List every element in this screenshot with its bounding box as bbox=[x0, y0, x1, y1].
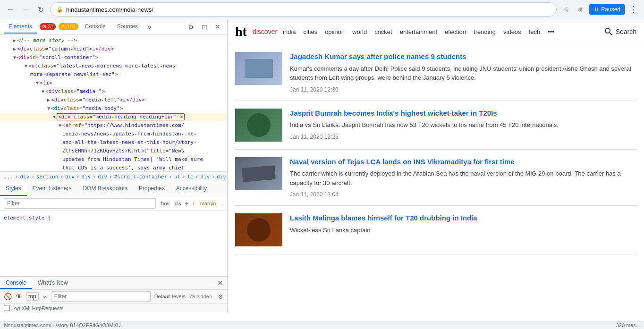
news-title-3[interactable]: Naval version of Tejas LCA lands on INS … bbox=[290, 157, 636, 167]
search-icon bbox=[604, 27, 613, 36]
devtools-toolbar: Elements ⊗ 31 ⚠ 101 Console Sources » ⚙ … bbox=[0, 19, 227, 34]
breadcrumb-item-div2[interactable]: div bbox=[65, 174, 75, 180]
expand-icon-5[interactable]: ▼ bbox=[36, 79, 39, 87]
news-summary-2: India vs Sri Lanka: Jasprit Bumrah has n… bbox=[290, 120, 636, 130]
menu-button[interactable]: ⋮ bbox=[628, 4, 639, 15]
tab-event-listeners[interactable]: Event Listeners bbox=[27, 182, 77, 196]
expand-icon-9[interactable]: ▼ bbox=[53, 113, 56, 121]
news-time-2: Jan 11, 2020 12:26 bbox=[290, 134, 636, 140]
translate-button[interactable]: अ bbox=[575, 4, 586, 15]
settings-icon[interactable]: ⚙ bbox=[218, 293, 223, 300]
expand-icon-7[interactable]: ▶ bbox=[47, 96, 50, 104]
browser-actions: ☆ अ ⏸ Paused ⋮ bbox=[560, 4, 639, 15]
website-right-panel: ht discover india cities opinion world c… bbox=[228, 19, 644, 312]
bookmark-button[interactable]: ☆ bbox=[560, 4, 572, 15]
svg-point-0 bbox=[605, 28, 610, 33]
style-rule: element.style { bbox=[4, 215, 223, 221]
tab-sources[interactable]: Sources bbox=[112, 20, 143, 34]
settings-button[interactable]: ⚙ bbox=[185, 21, 197, 33]
nav-election[interactable]: election bbox=[445, 28, 466, 35]
breadcrumb-item-div6[interactable]: div bbox=[217, 174, 226, 180]
paused-button[interactable]: ⏸ Paused bbox=[589, 4, 625, 15]
nav-cities[interactable]: cities bbox=[304, 28, 318, 35]
news-title-2[interactable]: Jasprit Bumrah becomes India's highest w… bbox=[290, 109, 636, 118]
breadcrumb-item-div5[interactable]: div bbox=[200, 174, 210, 180]
breadcrumb-item-div1[interactable]: div bbox=[20, 174, 30, 180]
expand-icon-8[interactable]: ▼ bbox=[47, 104, 50, 113]
console-tab-row: Console What's New ✕ bbox=[0, 277, 227, 290]
console-filter-row: 🚫 👁 top Default levels 79 hidden ⚙ bbox=[0, 290, 227, 304]
site-search[interactable]: Search bbox=[604, 27, 636, 36]
html-line-2: ▶ <div class="column-head" > … </div> bbox=[0, 45, 227, 53]
breadcrumb-item-div3[interactable]: div bbox=[81, 174, 91, 180]
expand-icon-6[interactable]: ▼ bbox=[42, 87, 44, 96]
tab-console-bottom[interactable]: Console bbox=[0, 278, 32, 289]
news-summary-4: Wicket-less Sri Lanka captain bbox=[290, 226, 636, 235]
address-bar[interactable]: 🔒 hindustantimes.com/india-news/ bbox=[50, 2, 557, 17]
html-line-4: ▼ <ul class="latest-news-morenews more-l… bbox=[0, 62, 227, 70]
nav-world[interactable]: world bbox=[352, 28, 367, 35]
back-button[interactable]: ← bbox=[5, 4, 16, 15]
nav-more[interactable]: ••• bbox=[548, 28, 554, 35]
html-line-10b: india-news/news-updates-from-hindustan-.… bbox=[0, 130, 227, 138]
html-line-9-highlighted: ▼ <div class="media-heading headingFour"… bbox=[0, 113, 227, 121]
log-xhr-label: Log XMLHttpRequests bbox=[11, 305, 64, 311]
breadcrumb-item-li[interactable]: li bbox=[187, 174, 194, 180]
breadcrumb-item-div4[interactable]: div bbox=[98, 174, 107, 180]
default-levels[interactable]: Default levels bbox=[154, 294, 186, 299]
nav-trending[interactable]: trending bbox=[474, 28, 496, 35]
tab-console[interactable]: Console bbox=[80, 20, 110, 34]
pause-icon: ⏸ bbox=[593, 6, 599, 13]
news-title-1[interactable]: Jagadesh Kumar says after police names 9… bbox=[290, 52, 636, 61]
cls-filter[interactable]: .cls bbox=[173, 201, 181, 206]
nav-entertainment[interactable]: entertainment bbox=[400, 28, 438, 35]
styles-filter-input[interactable] bbox=[4, 198, 156, 209]
devtools-more[interactable]: » bbox=[144, 21, 154, 33]
breadcrumb-item-ul[interactable]: ul bbox=[174, 174, 180, 180]
warn-icon: ⚠ bbox=[61, 24, 66, 29]
news-summary-3: The carrier which is currently deployed … bbox=[290, 169, 636, 187]
tab-whats-new[interactable]: What's New bbox=[32, 278, 74, 289]
tab-dom-breakpoints[interactable]: DOM Breakpoints bbox=[77, 182, 133, 196]
html-line-10c: and-all-the-latest-news-at-this-hour/sto… bbox=[0, 138, 227, 147]
breadcrumb-item-scroll[interactable]: #scroll-container bbox=[114, 174, 167, 180]
nav-tech[interactable]: tech bbox=[529, 28, 541, 35]
main-container: Elements ⊗ 31 ⚠ 101 Console Sources » ⚙ … bbox=[0, 19, 644, 312]
html-line-5: ▼ <li> bbox=[0, 79, 227, 87]
top-select[interactable]: top bbox=[26, 292, 39, 301]
forward-button[interactable]: → bbox=[20, 4, 31, 15]
log-xhr-checkbox[interactable]: Log XMLHttpRequests bbox=[4, 305, 64, 311]
news-item-2: Jasprit Bumrah becomes India's highest w… bbox=[235, 101, 636, 150]
html-line-10e: updates from Hindustan Times| 'Will make… bbox=[0, 155, 227, 164]
close-devtools-button[interactable]: ✕ bbox=[212, 21, 223, 33]
style-arrow-icon: › bbox=[193, 200, 195, 207]
html-line-1: ▶ <!-- more story --> bbox=[0, 36, 227, 45]
console-filter-input[interactable] bbox=[51, 291, 151, 302]
tab-elements[interactable]: Elements bbox=[4, 20, 37, 34]
expand-icon-3[interactable]: ▼ bbox=[13, 53, 16, 62]
dock-button[interactable]: ⊡ bbox=[199, 21, 210, 33]
expand-icon-4[interactable]: ▼ bbox=[25, 62, 27, 70]
html-line-10: ▼ <a href="https://www.hindustantimes.co… bbox=[0, 121, 227, 130]
breadcrumb-item-dots[interactable]: ... bbox=[4, 174, 13, 180]
browser-toolbar: ← → ↻ 🔒 hindustantimes.com/india-news/ ☆… bbox=[0, 0, 644, 19]
nav-opinion[interactable]: opinion bbox=[325, 28, 345, 35]
news-title-4[interactable]: Lasith Malinga blames himself for T20 dr… bbox=[290, 213, 636, 223]
expand-icon-10[interactable]: ▼ bbox=[59, 121, 61, 130]
reload-button[interactable]: ↻ bbox=[35, 4, 46, 15]
add-style-button[interactable]: + bbox=[185, 200, 189, 207]
breadcrumb-item-section[interactable]: section bbox=[36, 174, 58, 180]
hover-filter[interactable]: :hov bbox=[160, 201, 169, 206]
tab-styles[interactable]: Styles bbox=[0, 182, 27, 196]
nav-videos[interactable]: videos bbox=[503, 28, 521, 35]
tab-accessibility[interactable]: Accessibility bbox=[170, 182, 212, 196]
url-text: hindustantimes.com/india-news/ bbox=[66, 6, 153, 13]
nav-cricket[interactable]: cricket bbox=[374, 28, 392, 35]
lock-icon: 🔒 bbox=[56, 6, 63, 13]
site-header: ht discover india cities opinion world c… bbox=[228, 19, 644, 44]
styles-filter-bar: :hov .cls + › margin - bbox=[0, 196, 227, 211]
html-line-4b: more-separate newslist-sec"> bbox=[0, 70, 227, 79]
tab-properties[interactable]: Properties bbox=[133, 182, 170, 196]
close-console-button[interactable]: ✕ bbox=[213, 277, 227, 289]
nav-india[interactable]: india bbox=[283, 28, 296, 35]
